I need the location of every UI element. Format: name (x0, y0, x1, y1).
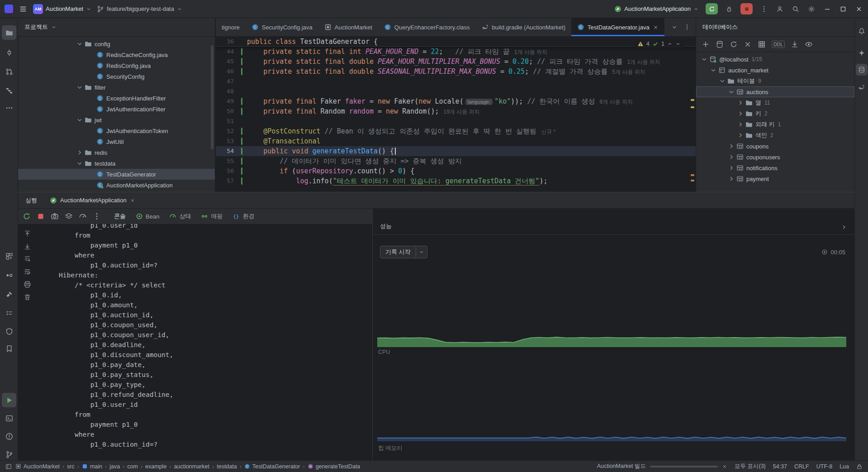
tree-item-couponusers[interactable]: couponusers (696, 152, 854, 162)
breadcrumb-auctionmarket[interactable]: auctionmarket (174, 463, 210, 470)
line-ending-widget[interactable]: CRLF (794, 463, 809, 470)
code-line-57[interactable]: 57 log.info("테스트 데이터가 이미 있습니다: generateT… (216, 176, 696, 186)
tree-item-localhost[interactable]: @localhost1/15 (696, 54, 854, 65)
cancel-button[interactable] (744, 40, 752, 48)
view-tab-item[interactable]: {}환경 (232, 212, 254, 220)
refresh-button[interactable] (730, 40, 738, 48)
tree-item-jwtauthenticationtoken[interactable]: CJwtAuthenticationToken (18, 125, 215, 136)
code-line-46[interactable]: 46 private static final double SEASONAL_… (216, 67, 696, 76)
tree-item-config[interactable]: config (18, 38, 215, 49)
tree-item-item[interactable]: 열11 (696, 97, 854, 108)
camera-button[interactable] (51, 212, 59, 220)
run-tab-auctionmarketapplication[interactable]: AuctionMarketApplication (46, 192, 139, 208)
editor-tab-securityconfig-java[interactable]: CSecurityConfig.java (246, 18, 318, 36)
code-editor[interactable]: 36public class TestDataGenerator {44 pri… (216, 37, 696, 192)
chevron-down-icon[interactable] (701, 56, 708, 63)
encoding-widget[interactable]: UTF-8 (816, 463, 832, 470)
vcs-branch-widget[interactable]: feature/bigquery-test-data (97, 5, 182, 13)
settings-button[interactable] (807, 5, 816, 14)
build-tool-button[interactable] (2, 287, 16, 301)
maximize-button[interactable] (839, 5, 848, 14)
terminal-tool-button[interactable] (2, 411, 16, 425)
gaugegray-button[interactable] (79, 212, 87, 220)
chevron-right-icon[interactable] (76, 149, 83, 156)
chevron-down-icon[interactable] (76, 116, 83, 124)
stripe-mark[interactable] (691, 106, 694, 108)
file-type-widget[interactable]: Lua (840, 463, 849, 470)
rerun-button[interactable] (706, 3, 718, 14)
kebab-button[interactable] (93, 212, 101, 220)
breadcrumb-testdatagenerator[interactable]: CTestDataGenerator (244, 463, 300, 470)
submit-button[interactable] (791, 40, 799, 48)
caret-position-widget[interactable]: 54:37 (773, 463, 787, 470)
services-tool-button[interactable] (2, 249, 16, 263)
ai-assistant-button[interactable] (856, 47, 868, 59)
project-tool-button[interactable] (2, 25, 16, 40)
structure-tool-button[interactable] (2, 83, 16, 98)
ddl-view-button[interactable]: DDL (772, 41, 785, 48)
code-line-54[interactable]: 54 public void generateTestData() { (216, 146, 696, 156)
code-line-36[interactable]: 36public class TestDataGenerator { (216, 37, 696, 47)
run-tool-button[interactable] (2, 393, 16, 407)
minimize-button[interactable] (823, 5, 832, 14)
tree-item-exceptionhandlerfilter[interactable]: CExceptionHandlerFilter (18, 93, 215, 104)
scroll-to-bottom-button[interactable] (24, 243, 31, 250)
close-tab-icon[interactable] (653, 24, 659, 30)
breadcrumb-testdata[interactable]: testdata (217, 463, 237, 470)
account-button[interactable] (775, 5, 784, 14)
view-tab-item[interactable]: 콘솔 (114, 212, 126, 220)
stripe-mark[interactable] (691, 174, 694, 176)
breadcrumb-src[interactable]: src (67, 463, 75, 470)
chevron-right-icon[interactable] (737, 110, 744, 117)
editor-tab-auctionmarket[interactable]: AuctionMarket (318, 18, 378, 36)
start-recording-button[interactable]: 기록 시작 (380, 246, 427, 258)
tree-item-item[interactable]: 키2 (696, 108, 854, 119)
tree-item-notifications[interactable]: notifications (696, 162, 854, 173)
chevron-right-icon[interactable] (737, 121, 744, 128)
problems-tool-button[interactable] (2, 429, 16, 443)
inspections-widget[interactable]: 4 1 (634, 40, 684, 48)
previous-problem-icon[interactable] (667, 41, 673, 47)
code-line-44[interactable]: 44 private static final int PEAK_HOUR_EN… (216, 47, 696, 57)
console-output[interactable]: p1_0.user_id from payment p1_0 where p1_… (37, 224, 372, 460)
error-stripe[interactable] (689, 37, 696, 192)
stripe-mark[interactable] (691, 99, 694, 101)
stop-button[interactable] (740, 3, 753, 14)
chevron-down-icon[interactable] (76, 160, 83, 167)
debug-button[interactable] (725, 5, 734, 14)
run-configuration-selector[interactable]: AuctionMarketApplication (614, 5, 699, 13)
breadcrumb-main[interactable]: main (82, 463, 102, 470)
code-line-51[interactable]: 51 (216, 116, 696, 126)
eye-button[interactable] (805, 40, 813, 48)
tree-item-jwt[interactable]: jwt (18, 114, 215, 125)
code-line-56[interactable]: 56 if (userRepository.count() > 0) { (216, 166, 696, 176)
tree-item-payment[interactable]: payment (696, 173, 854, 184)
code-line-50[interactable]: 50 private final Random random = new Ran… (216, 106, 696, 116)
stop-button[interactable] (37, 212, 45, 220)
collapse-panel-icon[interactable] (841, 224, 847, 230)
code-line-52[interactable]: 52 @PostConstruct // Bean 이 생성되고 의존성 주입이… (216, 126, 696, 136)
endpoints-tool-button[interactable] (2, 268, 16, 282)
lock-icon[interactable] (856, 463, 863, 470)
code-line-53[interactable]: 53 @Transactional (216, 136, 696, 146)
breadcrumb-com[interactable]: com (127, 463, 138, 470)
view-tab-item[interactable]: 상태 (169, 212, 191, 220)
chevron-right-icon[interactable] (728, 175, 735, 182)
close-tab-icon[interactable] (130, 198, 135, 203)
code-line-48[interactable]: 48 (216, 86, 696, 96)
chevron-down-icon[interactable] (76, 84, 83, 91)
chevron-right-icon[interactable] (728, 153, 735, 161)
print-button[interactable] (24, 281, 31, 288)
tree-item-item[interactable]: 외래 키1 (696, 119, 854, 130)
tree-item-item[interactable]: 테이블9 (696, 76, 854, 86)
show-all-processes[interactable]: 모두 표시(3) (735, 462, 766, 470)
more-run-actions-button[interactable] (759, 5, 768, 14)
coverage-tool-button[interactable] (2, 324, 16, 339)
commit-tool-button[interactable] (2, 45, 16, 60)
project-panel-header[interactable]: 프로젝트 (18, 18, 215, 37)
scroll-to-end-button[interactable] (24, 255, 31, 263)
breadcrumb-generatetestdata[interactable]: mgenerateTestData (308, 463, 360, 470)
tree-item-jwtauthenticationfilter[interactable]: CJwtAuthenticationFilter (18, 104, 215, 114)
tree-item-item[interactable]: 색인2 (696, 130, 854, 141)
app-logo-icon[interactable] (5, 5, 13, 13)
